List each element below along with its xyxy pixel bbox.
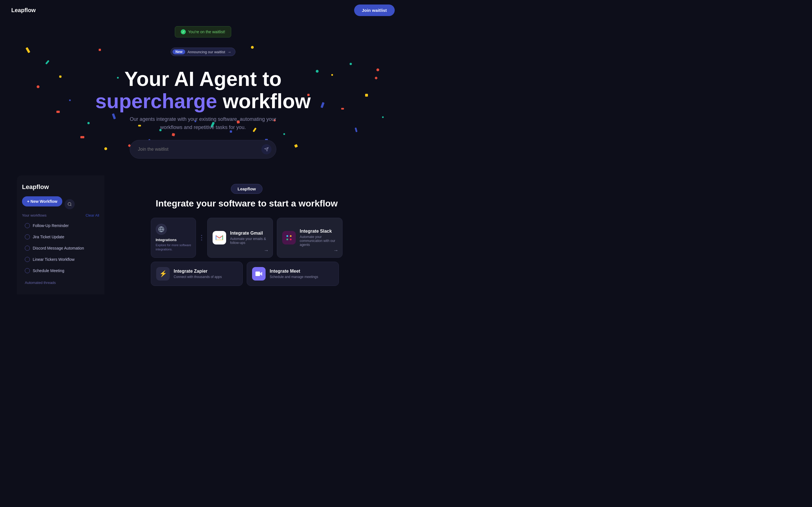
svg-rect-13 (287, 238, 288, 240)
auto-threads-label: Automated threads (22, 277, 99, 286)
slack-card-text: Integrate Slack Automate your communicat… (300, 229, 337, 247)
hero-title-line1: Your AI Agent to (124, 68, 282, 90)
join-waitlist-input[interactable] (138, 147, 261, 152)
workflow-item[interactable]: Discord Message Automation (22, 243, 99, 253)
meet-card-sub: Schedule and manage meetings (269, 275, 333, 279)
integrate-slack-card[interactable]: Integrate Slack Automate your communicat… (277, 218, 343, 258)
success-banner: ✓ You're on the waitlist! (175, 26, 231, 38)
hero-title-purple: supercharge (95, 90, 217, 112)
confetti-piece (112, 113, 116, 119)
confetti-piece (283, 133, 285, 135)
globe-icon (156, 224, 167, 235)
meet-icon (252, 267, 266, 281)
integrate-gmail-card[interactable]: Integrate Gmail Automate your emails & f… (207, 218, 273, 258)
sidebar-logo: Leapflow (22, 183, 99, 191)
confetti-piece (172, 133, 175, 136)
integrations-row-2: ⚡ Integrate Zapier Connect with thousand… (151, 262, 343, 286)
zapier-card-title: Integrate Zapier (174, 269, 238, 274)
hero-title-rest: workflow (217, 90, 311, 112)
sidebar: Leapflow + New Workflow Your workflows C… (17, 175, 104, 294)
workflows-label: Your workflows Clear All (22, 213, 99, 217)
gmail-icon (213, 231, 226, 244)
confetti-piece (355, 127, 357, 132)
join-waitlist-button[interactable]: Join waitlist (354, 4, 395, 16)
hero-subtitle: Our agents integrate with your existing … (130, 115, 276, 131)
hero-input-wrap (130, 140, 276, 159)
announce-text: Announcing our waitlist (188, 50, 225, 54)
announce-badge[interactable]: New Announcing our waitlist → (170, 48, 235, 56)
hero-title: Your AI Agent to supercharge workflow (11, 68, 395, 112)
confetti-piece (104, 147, 107, 150)
announce-arrow: → (227, 50, 231, 54)
workflow-item[interactable]: Follow-Up Reminder (22, 220, 99, 231)
workflow-item-label: Linear Tickers Workflow (33, 257, 74, 262)
meet-card-text: Integrate Meet Schedule and manage meeti… (269, 269, 333, 279)
workflow-item-label: Jira Ticket Update (33, 235, 64, 239)
gmail-card-text: Integrate Gmail Automate your emails & f… (230, 231, 267, 245)
slack-card-arrow: → (333, 247, 338, 253)
navbar: Leapflow Join waitlist (0, 0, 406, 20)
svg-rect-12 (287, 235, 288, 237)
clear-all-link[interactable]: Clear All (86, 213, 99, 217)
announce-badge-wrap: New Announcing our waitlist → (11, 48, 395, 62)
workflow-item-icon (25, 257, 30, 262)
workflow-item[interactable]: Linear Tickers Workflow (22, 254, 99, 265)
slack-icon (282, 231, 296, 244)
svg-rect-14 (290, 235, 292, 237)
gmail-card-title: Integrate Gmail (230, 231, 267, 236)
integrate-title: Integrate your software to start a workf… (156, 198, 338, 209)
confetti-piece (80, 136, 84, 138)
gmail-card-arrow: → (264, 247, 269, 253)
integrations-card-sub: Explore for more software integrations. (156, 243, 191, 252)
workflow-item-label: Follow-Up Reminder (33, 223, 69, 228)
workflow-item-icon (25, 268, 30, 273)
checkmark-icon: ✓ (181, 29, 186, 34)
slack-card-sub: Automate your communication with our age… (300, 235, 337, 247)
success-banner-wrap: ✓ You're on the waitlist! (11, 26, 395, 43)
integrations-small-card[interactable]: Integrations Explore for more software i… (151, 218, 196, 258)
zapier-card-text: Integrate Zapier Connect with thousands … (174, 269, 238, 279)
workflow-item-label: Discord Message Automation (33, 246, 84, 250)
search-button[interactable] (64, 199, 75, 209)
send-icon[interactable] (261, 144, 271, 154)
meet-card-title: Integrate Meet (269, 269, 333, 274)
integrations-card-title: Integrations (156, 238, 191, 242)
svg-rect-11 (222, 235, 223, 240)
new-workflow-button[interactable]: + New Workflow (22, 196, 62, 207)
sidebar-top-row: + New Workflow (22, 196, 99, 212)
integrations-row-1: Integrations Explore for more software i… (151, 218, 343, 258)
gmail-card-sub: Automate your emails & follow-ups (230, 237, 267, 245)
divider-dots (200, 218, 203, 258)
workflow-item-icon (25, 223, 30, 228)
success-text: You're on the waitlist! (188, 30, 225, 34)
app-section: Leapflow + New Workflow Your workflows C… (0, 175, 406, 305)
confetti-piece (350, 63, 352, 65)
workflow-item[interactable]: Jira Ticket Update (22, 231, 99, 242)
svg-line-3 (71, 205, 71, 206)
lightning-icon: ⚡ (156, 267, 170, 281)
integrate-zapier-card[interactable]: ⚡ Integrate Zapier Connect with thousand… (151, 262, 243, 286)
svg-point-2 (68, 203, 71, 206)
confetti-piece (382, 116, 384, 118)
workflow-item-icon (25, 245, 30, 251)
slack-card-title: Integrate Slack (300, 229, 337, 234)
svg-rect-15 (290, 238, 292, 240)
workflow-item-icon (25, 234, 30, 239)
confetti-piece (87, 122, 90, 124)
integrate-meet-card[interactable]: Integrate Meet Schedule and manage meeti… (247, 262, 339, 286)
workflow-item[interactable]: Schedule Meeting (22, 265, 99, 276)
workflow-list: Follow-Up Reminder Jira Ticket Update Di… (22, 220, 99, 276)
new-tag: New (172, 49, 185, 54)
nav-logo: Leapflow (11, 7, 36, 13)
confetti-piece (294, 144, 298, 148)
main-content: Leapflow Integrate your software to star… (104, 175, 389, 294)
zapier-card-sub: Connect with thousands of apps (174, 275, 238, 279)
hero-section: ✓ You're on the waitlist! New Announcing… (0, 20, 406, 175)
leapflow-badge: Leapflow (231, 184, 262, 194)
svg-rect-10 (216, 235, 216, 240)
svg-rect-16 (255, 272, 260, 276)
workflow-item-label: Schedule Meeting (33, 269, 64, 273)
